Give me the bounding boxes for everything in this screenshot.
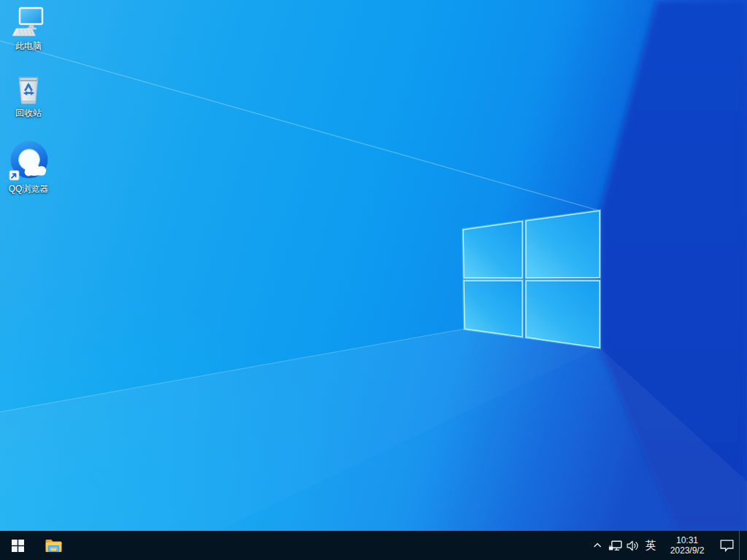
file-explorer-button[interactable]	[35, 531, 71, 560]
desktop-icon-label: 回收站	[15, 108, 42, 118]
chevron-up-icon	[593, 541, 602, 550]
language-indicator-text: 英	[646, 531, 657, 560]
screen: 此电脑	[0, 0, 747, 560]
clock-date: 2023/9/2	[670, 546, 705, 556]
tray-volume-button[interactable]	[624, 531, 641, 560]
start-icon	[12, 540, 24, 552]
desktop-icon-label: 此电脑	[15, 41, 42, 51]
tray-clock[interactable]: 10:31 2023/9/2	[660, 531, 714, 560]
show-desktop-button[interactable]	[739, 531, 747, 560]
tray-hidden-icons-button[interactable]	[589, 531, 606, 560]
action-center-icon	[720, 540, 734, 552]
desktop-background[interactable]: 此电脑	[0, 0, 747, 531]
desktop-icon-label: QQ浏览器	[9, 184, 49, 194]
shortcut-arrow-badge	[9, 171, 19, 180]
windows-logo	[463, 211, 600, 348]
desktop-icon-this-pc[interactable]: 此电脑	[0, 7, 57, 51]
taskbar: 英 10:31 2023/9/2	[0, 531, 747, 560]
tray-language-indicator[interactable]: 英	[641, 531, 660, 560]
system-tray: 英 10:31 2023/9/2	[589, 531, 747, 560]
action-center-button[interactable]	[714, 531, 739, 560]
desktop-icon-qq-browser[interactable]: QQ浏览器	[0, 141, 57, 194]
start-button[interactable]	[0, 531, 35, 560]
ethernet-icon	[608, 540, 622, 551]
wallpaper	[0, 0, 747, 531]
file-explorer-icon	[44, 538, 63, 553]
tray-network-button[interactable]	[606, 531, 624, 560]
recycle-bin-icon	[12, 74, 44, 106]
computer-icon	[12, 7, 45, 39]
speaker-icon	[627, 540, 639, 551]
desktop-icon-recycle-bin[interactable]: 回收站	[0, 74, 57, 118]
clock-time: 10:31	[676, 536, 698, 545]
qq-browser-icon	[8, 141, 49, 182]
